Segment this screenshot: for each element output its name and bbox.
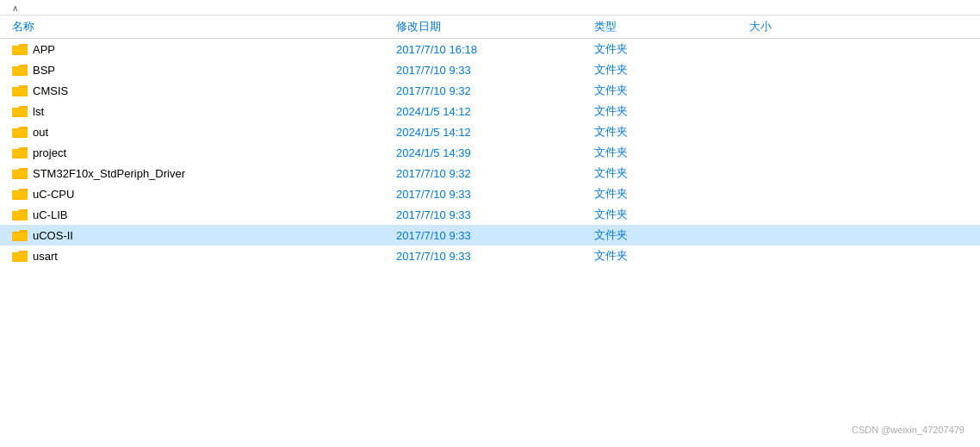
- file-date: 2017/7/10 9:32: [396, 167, 594, 180]
- folder-icon: [12, 166, 28, 180]
- svg-rect-15: [12, 190, 28, 199]
- file-type: 文件夹: [594, 227, 749, 243]
- file-name: BSP: [33, 64, 55, 77]
- table-row[interactable]: project2024/1/5 14:39文件夹: [0, 142, 980, 163]
- file-list: APP2017/7/10 16:18文件夹 BSP2017/7/10 9:33文…: [0, 39, 980, 447]
- table-row[interactable]: CMSIS2017/7/10 9:32文件夹: [0, 80, 980, 101]
- svg-rect-19: [12, 232, 28, 240]
- file-name: uC-CPU: [33, 188, 74, 201]
- file-name-cell: BSP: [0, 63, 396, 77]
- table-row[interactable]: lst2024/1/5 14:12文件夹: [0, 101, 980, 121]
- file-name: STM32F10x_StdPeriph_Driver: [33, 167, 185, 180]
- file-name-cell: usart: [0, 249, 396, 263]
- watermark: CSDN @weixin_47207479: [852, 425, 964, 435]
- svg-rect-13: [12, 170, 28, 178]
- file-name-cell: uC-LIB: [0, 208, 396, 221]
- file-type: 文件夹: [594, 103, 749, 119]
- file-name-cell: STM32F10x_StdPeriph_Driver: [0, 166, 396, 180]
- folder-icon: [12, 63, 28, 77]
- svg-rect-9: [12, 128, 28, 137]
- file-name-cell: uC-CPU: [0, 187, 396, 201]
- file-type: 文件夹: [594, 41, 749, 57]
- col-header-name[interactable]: 名称: [0, 19, 396, 34]
- file-name: uCOS-II: [33, 229, 73, 242]
- folder-icon: [12, 104, 28, 118]
- file-name: CMSIS: [33, 84, 68, 97]
- table-row[interactable]: APP2017/7/10 16:18文件夹: [0, 39, 980, 59]
- file-type: 文件夹: [594, 62, 749, 78]
- file-date: 2017/7/10 9:33: [396, 250, 594, 263]
- file-date: 2024/1/5 14:12: [396, 105, 594, 118]
- file-explorer: ∧ 名称 修改日期 类型 大小 APP2017/7/10 16:18文件夹 BS…: [0, 0, 980, 447]
- folder-icon: [12, 187, 28, 201]
- svg-rect-3: [12, 66, 28, 75]
- file-date: 2017/7/10 9:32: [396, 84, 594, 97]
- file-name: project: [33, 146, 66, 159]
- folder-icon: [12, 125, 28, 139]
- file-name-cell: lst: [0, 104, 396, 118]
- folder-icon: [12, 84, 28, 97]
- file-date: 2017/7/10 9:33: [396, 188, 594, 201]
- table-row[interactable]: uCOS-II2017/7/10 9:33文件夹: [0, 225, 980, 245]
- file-name-cell: APP: [0, 42, 396, 56]
- file-name-cell: project: [0, 146, 396, 159]
- file-type: 文件夹: [594, 207, 749, 222]
- svg-rect-21: [12, 252, 28, 261]
- file-type: 文件夹: [594, 124, 749, 140]
- file-type: 文件夹: [594, 145, 749, 160]
- table-row[interactable]: usart2017/7/10 9:33文件夹: [0, 245, 980, 266]
- file-date: 2017/7/10 9:33: [396, 208, 594, 221]
- file-date: 2024/1/5 14:12: [396, 126, 594, 139]
- file-name: lst: [33, 105, 44, 118]
- sort-arrow-row: ∧: [0, 0, 980, 16]
- file-date: 2017/7/10 16:18: [396, 43, 594, 56]
- file-name-cell: out: [0, 125, 396, 139]
- folder-icon: [12, 146, 28, 159]
- file-type: 文件夹: [594, 83, 749, 98]
- col-header-date[interactable]: 修改日期: [396, 19, 594, 34]
- col-header-type[interactable]: 类型: [594, 19, 749, 34]
- file-type: 文件夹: [594, 248, 749, 264]
- svg-rect-5: [12, 87, 28, 96]
- file-date: 2024/1/5 14:39: [396, 146, 594, 159]
- file-date: 2017/7/10 9:33: [396, 229, 594, 242]
- file-type: 文件夹: [594, 165, 749, 181]
- svg-rect-1: [12, 46, 28, 54]
- table-row[interactable]: out2024/1/5 14:12文件夹: [0, 121, 980, 142]
- col-header-size[interactable]: 大小: [749, 19, 861, 34]
- svg-rect-17: [12, 211, 28, 220]
- file-type: 文件夹: [594, 186, 749, 202]
- folder-icon: [12, 42, 28, 56]
- folder-icon: [12, 228, 28, 242]
- table-row[interactable]: uC-LIB2017/7/10 9:33文件夹: [0, 204, 980, 225]
- file-name: out: [33, 126, 48, 139]
- table-row[interactable]: STM32F10x_StdPeriph_Driver2017/7/10 9:32…: [0, 163, 980, 183]
- file-name: uC-LIB: [33, 208, 67, 221]
- file-name-cell: uCOS-II: [0, 228, 396, 242]
- svg-rect-11: [12, 149, 28, 158]
- folder-icon: [12, 249, 28, 263]
- table-row[interactable]: uC-CPU2017/7/10 9:33文件夹: [0, 183, 980, 204]
- table-row[interactable]: BSP2017/7/10 9:33文件夹: [0, 59, 980, 80]
- column-header-row: 名称 修改日期 类型 大小: [0, 16, 980, 39]
- file-date: 2017/7/10 9:33: [396, 64, 594, 77]
- svg-rect-7: [12, 108, 28, 116]
- file-name-cell: CMSIS: [0, 84, 396, 97]
- file-name: APP: [33, 43, 55, 56]
- sort-arrow-icon: ∧: [12, 3, 18, 13]
- file-name: usart: [33, 250, 58, 263]
- folder-icon: [12, 208, 28, 221]
